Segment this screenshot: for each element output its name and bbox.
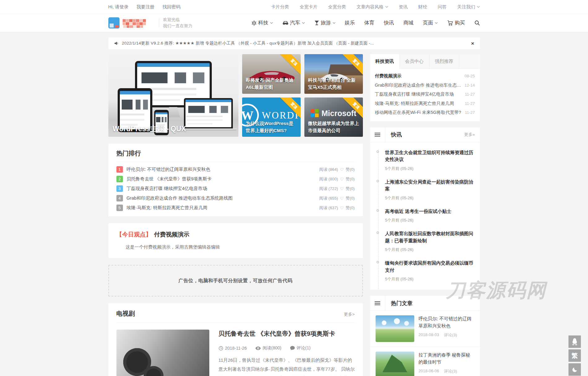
nav-item-travel[interactable]: 旅游 — [314, 19, 336, 26]
list-item[interactable]: 丁磊现身夜店打碟 继续押宝4亿电音市场 11-27 — [375, 90, 475, 99]
nav-item-tech[interactable]: 科技 — [251, 19, 273, 26]
more-link[interactable]: 更多» — [464, 132, 475, 137]
close-icon[interactable]: × — [471, 41, 474, 46]
tab-member-center[interactable]: 会员中心 — [400, 54, 429, 68]
section-title: 电视剧 — [116, 309, 135, 318]
ad-slot[interactable]: 广告位，电脑和手机可分别设置，可放任何广告代码 — [108, 265, 363, 296]
welcome-line1: 欢迎光临 — [163, 17, 193, 23]
list-item[interactable]: 移动网络正在杀死Wi-Fi 未来5G将取代宽带? 11-27 — [375, 108, 475, 117]
date-text: 2018-11-26 — [225, 346, 247, 351]
nav-item-flash-news[interactable]: 快讯 — [384, 19, 394, 26]
sticky-ribbon-label: 置顶 — [280, 97, 301, 120]
moon-icon — [572, 367, 578, 373]
flash-item[interactable]: 高考临近 送考生一份应试小贴士 5个月前 (05-26) — [379, 208, 475, 231]
featured-card-bmw[interactable]: 置顶 科技与奢华相结合 全新宝马X5正式亮相 — [304, 54, 363, 94]
list-item-title: 付费视频演示 — [375, 73, 462, 79]
register-link[interactable]: 我要注册 — [137, 4, 155, 10]
hot-rank-section: 热门排行 1 呼伦贝尔: 不可错过的辽阔草原和兴安秋色 阅读 (864)♡赞(0… — [108, 144, 363, 216]
chevron-down-icon — [302, 22, 305, 24]
topbar-item-news[interactable]: 资讯 — [399, 4, 408, 10]
read-count: 阅读 (722) — [319, 186, 338, 192]
list-item-date: 11-27 — [465, 101, 475, 106]
qq-contact-button[interactable] — [568, 335, 581, 348]
announcement-text: 2022/1/14更新 V9.2.6 推荐: ★★★★★ 新增 专题边栏小工具 … — [122, 41, 374, 46]
nav-item-mall[interactable]: 商城 — [403, 19, 414, 26]
topbar-item-article-style[interactable]: 文章内容风格 — [357, 4, 388, 10]
flash-item[interactable]: 人民教育出版社回应数学教材封面和插图问题：已着手重新绘制 5个月前 (05-26… — [379, 230, 475, 260]
flash-item[interactable]: 缅甸央行要求该国所有国内交易必须以缅币支付 5个月前 (05-26) — [379, 260, 475, 289]
featured-slider[interactable]: WordPress主题 - QUX — [108, 54, 238, 137]
list-item[interactable]: 付费视频演示 08-25 — [375, 71, 475, 81]
hero-section: WordPress主题 - QUX 置顶 即将发布 国产全新奥迪A6L最新官图 … — [108, 54, 363, 137]
tab-article-list: 付费视频演示 08-25 Grab和印尼政府达成合作 推进电动车生态系统路线图 … — [370, 69, 480, 121]
featured-card-microsoft[interactable]: Microsoft 置顶 微软超越苹果成为世界上市值最高的公司 — [304, 97, 363, 137]
tv-section: 电视剧 更多> 贝托鲁奇去世 《末代皇帝》曾获9项奥斯卡 2018-11-26 — [108, 303, 363, 376]
topbar-item-fullwidth-card[interactable]: 全宽卡片 — [300, 4, 318, 10]
car-icon — [282, 20, 289, 25]
nav-item-car[interactable]: 汽车 — [282, 19, 305, 26]
rank-row[interactable]: 3 丁磊现身夜店打碟 继续押宝4亿电音市场 阅读 (722)♡赞(0) — [116, 184, 355, 193]
more-link[interactable]: 更多> — [344, 312, 355, 317]
forgot-password-link[interactable]: 找回密码 — [163, 4, 181, 10]
timeline-dot-icon — [377, 209, 379, 212]
featured-card-wordpress[interactable]: W WORDPRE 置顶 为什么说WordPress是世界上最好的CMS? — [242, 97, 301, 137]
nav-item-pages[interactable]: 页面 — [423, 19, 438, 26]
topbar-item-fullwidth-category[interactable]: 全宽分类 — [328, 4, 346, 10]
login-link[interactable]: Hi, 请登录 — [108, 4, 128, 10]
rank-row[interactable]: 2 贝托鲁奇去世 《末代皇帝》曾获9项奥斯卡 阅读 (800)♡赞(0) — [116, 174, 355, 184]
qq-penguin-icon — [571, 338, 578, 345]
rank-title: 贝托鲁奇去世 《末代皇帝》曾获9项奥斯卡 — [127, 176, 212, 182]
rank-badge: 2 — [116, 176, 123, 182]
rank-row[interactable]: 5 埃隆·马斯克: 特斯拉距离死亡曾只差几周 阅读 (637)♡赞(0) — [116, 203, 355, 213]
topbar-item-qa[interactable]: 问答 — [438, 4, 447, 10]
heart-icon: ♡ — [340, 196, 344, 201]
flash-item[interactable]: 世界卫生大会就世卫组织可持续筹资通过历史性决议 5个月前 (05-26) — [379, 149, 475, 179]
sticky-ribbon: 置顶 — [278, 97, 301, 120]
like-count: 赞(0) — [346, 186, 355, 192]
rank-badge: 4 — [116, 195, 123, 201]
nav-item-entertainment[interactable]: 娱乐 — [345, 19, 355, 26]
like-count: 赞(0) — [346, 176, 355, 182]
sticky-ribbon: 置顶 — [341, 54, 363, 76]
post-item[interactable]: 拉丁美洲的春季 秘鲁探秘的最佳时节 2018-06-06 评论(3) — [370, 347, 480, 376]
site-logo[interactable] — [108, 17, 155, 29]
article-title[interactable]: 贝托鲁奇去世 《末代皇帝》曾获9项奥斯卡 — [219, 330, 355, 338]
sticky-ribbon: 置顶 — [341, 97, 363, 120]
list-item-date: 11-27 — [465, 110, 475, 115]
article-item[interactable]: 贝托鲁奇去世 《末代皇帝》曾获9项奥斯卡 2018-11-26 阅读(800) — [116, 330, 355, 376]
timeline-dot-icon — [377, 231, 379, 234]
read-count: 阅读 (655) — [319, 196, 338, 201]
welcome-text: 欢迎光临 我们一直在努力 — [163, 17, 193, 29]
flash-item[interactable]: 上海浦东公安分局查处一起妨害传染病防治案 5个月前 (05-26) — [379, 179, 475, 208]
featured-card-title: 科技与奢华相结合 全新宝马X5正式亮相 — [308, 76, 359, 91]
tab-tech-news[interactable]: 科技资讯 — [370, 54, 400, 69]
tab-strong-recommend[interactable]: 强烈推荐 — [429, 54, 459, 68]
heart-icon: ♡ — [340, 186, 344, 191]
article-date: 2018-11-26 — [219, 346, 247, 351]
today-title[interactable]: 付费视频演示 — [154, 231, 189, 238]
post-item[interactable]: 呼伦贝尔: 不可错过的辽阔草原和兴安秋色 2018-08-03 评论(3) — [370, 311, 480, 347]
featured-card-audi[interactable]: 置顶 即将发布 国产全新奥迪A6L最新官图 — [242, 54, 301, 94]
nav-item-buy[interactable]: 购买 — [447, 19, 465, 26]
nav-label: 页面 — [423, 19, 433, 26]
topbar-item-finance[interactable]: 财经 — [418, 4, 427, 10]
topbar-item-label: 文章内容风格 — [357, 4, 384, 10]
list-item-date: 08-25 — [464, 74, 475, 78]
dark-mode-toggle[interactable] — [568, 363, 581, 376]
topbar-item-card-category[interactable]: 卡片分类 — [271, 4, 289, 10]
topbar-item-follow-us[interactable]: 关注我们 — [457, 4, 480, 10]
list-item-title: 移动网络正在杀死Wi-Fi 未来5G将取代宽带? — [375, 110, 462, 115]
flash-title: 高考临近 送考生一份应试小贴士 — [385, 208, 475, 215]
microsoft-squares-icon — [311, 109, 319, 117]
search-button[interactable] — [474, 20, 480, 26]
traditional-chinese-toggle[interactable]: 繁 — [568, 349, 581, 362]
nav-item-sports[interactable]: 体育 — [364, 19, 375, 26]
nav-label: 购买 — [455, 19, 465, 26]
rank-row[interactable]: 1 呼伦贝尔: 不可错过的辽阔草原和兴安秋色 阅读 (864)♡赞(0) — [116, 165, 355, 174]
topbar-menu: 卡片分类 全宽卡片 全宽分类 文章内容风格 资讯 财经 问答 关注我们 — [271, 4, 480, 10]
list-item[interactable]: 埃隆·马斯克: 特斯拉距离死亡曾只差几周 11-27 — [375, 99, 475, 108]
rank-title: Grab和印尼政府达成合作 推进电动车生态系统路线图 — [127, 195, 233, 201]
topbar-account-links: Hi, 请登录 我要注册 找回密码 — [108, 4, 181, 10]
rank-row[interactable]: 4 Grab和印尼政府达成合作 推进电动车生态系统路线图 阅读 (655)♡赞(… — [116, 193, 355, 203]
list-item[interactable]: Grab和印尼政府达成合作 推进电动车生态系统路线图 12-14 — [375, 81, 475, 90]
